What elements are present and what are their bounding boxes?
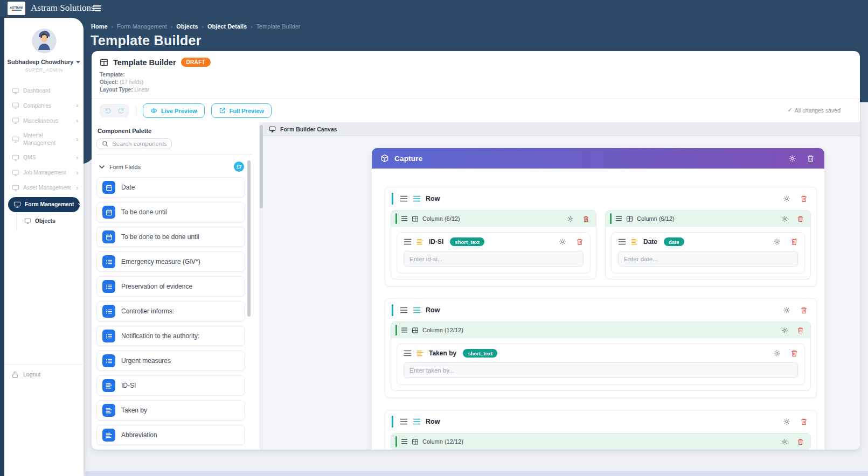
drag-handle-icon[interactable] (400, 418, 408, 425)
palette-item-id-si[interactable]: ID-SI (96, 375, 245, 396)
palette-item-to-be-done-until[interactable]: To be done until (96, 202, 245, 222)
full-preview-button[interactable]: Full Preview (211, 103, 272, 118)
breadcrumb-home[interactable]: Home (91, 23, 108, 30)
redo-icon[interactable] (117, 107, 124, 114)
palette-item-controller-informs[interactable]: Controller informs: (96, 301, 245, 321)
palette-item-emergency-measure[interactable]: Emergency measure (GiV*) (96, 251, 245, 272)
column-accent-bar (610, 213, 612, 224)
template-builder-card: Template Builder DRAFT Template: Object:… (92, 51, 860, 450)
trash-icon[interactable] (800, 306, 808, 314)
trash-icon[interactable] (797, 327, 804, 334)
palette-item-preservation-of-evidence[interactable]: Preservation of evidence (96, 276, 245, 297)
row-accent-bar (392, 193, 393, 205)
gear-icon[interactable] (567, 215, 574, 222)
drag-handle-icon[interactable] (401, 216, 408, 221)
sidebar-item-dashboard[interactable]: Dashboard (4, 83, 84, 98)
drag-handle-icon[interactable] (404, 350, 412, 356)
template-meta: Template: Object: (17 fields) Layout Typ… (100, 71, 851, 94)
gear-icon[interactable] (783, 306, 790, 314)
gear-icon[interactable] (773, 349, 781, 357)
field-input-id-si[interactable] (404, 251, 584, 267)
palette-scrollbar[interactable] (247, 160, 251, 317)
sidebar-item-miscellaneous[interactable]: Miscellaneous › (4, 113, 84, 128)
sidebar: Subhadeep Chowdhury SUPER_ADMIN Dashboar… (4, 18, 84, 476)
trash-icon[interactable] (576, 238, 584, 246)
palette-item-date[interactable]: Date (96, 177, 245, 198)
gear-icon[interactable] (788, 155, 796, 163)
drag-handle-icon[interactable] (400, 307, 408, 313)
palette-item-to-be-done-to-be-done-until[interactable]: To be done to be done until (96, 227, 245, 247)
column-accent-bar (395, 325, 397, 335)
user-menu[interactable]: Subhadeep Chowdhury (4, 59, 84, 65)
text-field-icon (416, 350, 424, 356)
sidebar-item-qms[interactable]: QMS › (4, 150, 84, 165)
row-type-icon (413, 195, 421, 202)
monitor-icon (12, 88, 19, 94)
trash-icon[interactable] (582, 215, 589, 222)
drag-handle-icon[interactable] (401, 327, 408, 333)
monitor-icon (24, 218, 31, 224)
trash-icon[interactable] (790, 238, 798, 246)
field-input-date[interactable] (618, 251, 798, 267)
breadcrumb-form-management[interactable]: Form Management (117, 23, 167, 30)
palette-item-notification-to-authority[interactable]: Notification to the authority: (96, 326, 245, 346)
menu-icon[interactable] (93, 5, 101, 12)
gear-icon[interactable] (783, 195, 790, 202)
sidebar-item-material-management[interactable]: Material Management › (4, 128, 84, 150)
logout-button[interactable]: Logout (4, 364, 84, 384)
sidebar-item-form-management[interactable]: Form Management (8, 197, 80, 212)
gear-icon[interactable] (781, 438, 788, 445)
grid-icon (412, 215, 419, 222)
capture-section-header: Capture (372, 148, 824, 169)
text-icon (102, 379, 115, 392)
trash-icon[interactable] (797, 215, 804, 222)
breadcrumb-object-details[interactable]: Object Details (207, 23, 247, 30)
canvas-scrollbar-track[interactable] (259, 122, 263, 450)
sidebar-item-asset-management[interactable]: Asset Management › (4, 180, 84, 195)
field-taken-by: Taken by short_text (397, 344, 805, 385)
drag-handle-icon[interactable] (615, 216, 622, 221)
drag-handle-icon[interactable] (618, 239, 626, 245)
sidebar-subnav: Objects (4, 214, 84, 228)
form-builder-canvas: Form Builder Canvas Capture (263, 122, 860, 450)
palette-group-form-fields[interactable]: Form Fields 17 (96, 159, 245, 177)
drag-handle-icon[interactable] (400, 195, 408, 202)
external-link-icon (219, 107, 226, 114)
drag-handle-icon[interactable] (404, 239, 412, 245)
breadcrumb-separator: › (202, 24, 204, 30)
gear-icon[interactable] (783, 418, 790, 425)
palette-item-taken-by[interactable]: Taken by (96, 400, 245, 421)
toolbar-divider (136, 106, 136, 116)
gear-icon[interactable] (781, 327, 788, 334)
trash-icon[interactable] (807, 155, 815, 163)
sidebar-item-companies[interactable]: Companies › (4, 98, 84, 113)
sidebar-item-job-management[interactable]: Job Management › (4, 165, 84, 180)
trash-icon[interactable] (800, 195, 808, 202)
palette-item-abbreviation[interactable]: Abbreviation (96, 425, 245, 445)
sidebar-spacer (4, 228, 84, 364)
undo-icon[interactable] (105, 107, 112, 114)
gear-icon[interactable] (781, 215, 788, 222)
avatar[interactable] (32, 29, 57, 53)
column-header: Column (12/12) (391, 433, 810, 450)
monitor-icon (269, 126, 276, 132)
calendar-icon (102, 181, 115, 194)
search-input[interactable] (112, 141, 166, 147)
gear-icon[interactable] (773, 238, 781, 246)
trash-icon[interactable] (790, 349, 798, 357)
palette-item-urgent-measures[interactable]: Urgent measures (96, 351, 245, 371)
live-preview-button[interactable]: Live Preview (143, 103, 205, 118)
sidebar-item-objects[interactable]: Objects (4, 214, 84, 228)
drag-handle-icon[interactable] (401, 439, 408, 444)
list-icon (102, 354, 115, 367)
gear-icon[interactable] (559, 238, 566, 246)
field-input-taken-by[interactable] (404, 362, 798, 378)
monitor-icon (12, 117, 19, 124)
canvas-scrollbar-thumb[interactable] (260, 125, 263, 208)
brand-logo[interactable]: ASTRAM (8, 2, 25, 15)
breadcrumb-objects[interactable]: Objects (176, 23, 198, 30)
grid-icon (626, 215, 633, 222)
sidebar-nav: Dashboard Companies › Miscellaneous › Ma… (4, 83, 84, 228)
trash-icon[interactable] (797, 438, 804, 445)
trash-icon[interactable] (800, 418, 808, 425)
